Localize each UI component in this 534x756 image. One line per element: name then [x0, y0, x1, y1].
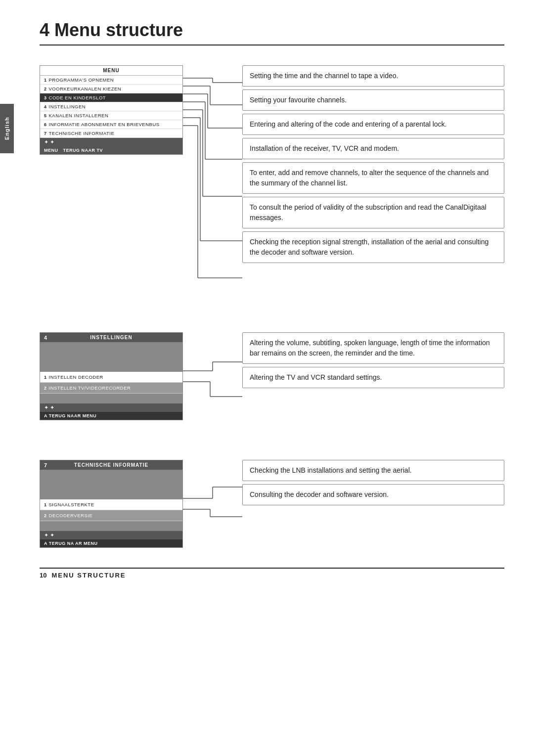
- instellingen-panel-box: 4 INSTELLINGEN 1 INSTELLEN DECODER 2 INS…: [40, 332, 183, 420]
- technische-header: 7 TECHNISCHE INFORMATIE: [40, 460, 182, 470]
- instellingen-desc-2: Altering the TV and VCR standard setting…: [242, 367, 504, 388]
- instellingen-item-2[interactable]: 2 INSTELLEN TV/VIDEORECORDER: [40, 383, 182, 394]
- menu-item-6[interactable]: 6 INFORMATIE ABONNEMENT EN BRIEVENBUS: [40, 120, 182, 129]
- technische-desc-2: Consulting the decoder and software vers…: [242, 484, 504, 505]
- menu-panel-box: MENU 1 PROGRAMMA'S OPNEMEN 2 VOORKEURKAN…: [40, 65, 183, 155]
- instellingen-item-1-num: 1: [44, 375, 47, 380]
- instellingen-title: INSTELLINGEN: [90, 335, 132, 340]
- instellingen-arrows: ✦ ✦: [40, 403, 182, 412]
- technische-footer: A TERUG NA AR MENU: [40, 539, 182, 547]
- main-connector-svg: [183, 65, 242, 308]
- desc-box-4: Installation of the receiver, TV, VCR an…: [242, 138, 504, 159]
- technische-body-spacer: [40, 470, 182, 499]
- menu-item-3[interactable]: 3 CODE EN KINDERSLOT: [40, 93, 182, 102]
- page-title: 4 Menu structure: [40, 20, 504, 45]
- technische-desc-1: Checking the LNB installations and setti…: [242, 460, 504, 481]
- menu-item-4[interactable]: 4 INSTELLINGEN: [40, 102, 182, 111]
- desc-box-1: Setting the time and the channel to tape…: [242, 65, 504, 87]
- main-descriptions: Setting the time and the channel to tape…: [242, 65, 504, 263]
- menu-item-2[interactable]: 2 VOORKEURKANALEN KIEZEN: [40, 85, 182, 93]
- instellingen-descriptions: Altering the volume, subtitling, spoken …: [242, 332, 504, 388]
- instellingen-body-spacer: [40, 342, 182, 372]
- technische-panel-box: 7 TECHNISCHE INFORMATIE 1 SIGNAALSTERKTE…: [40, 460, 183, 548]
- main-menu-panel: MENU 1 PROGRAMMA'S OPNEMEN 2 VOORKEURKAN…: [40, 65, 183, 155]
- instellingen-empty: [40, 394, 182, 403]
- menu-item-7-label: TECHNISCHE INFORMATIE: [49, 131, 115, 136]
- desc-box-2: Setting your favourite channels.: [242, 89, 504, 111]
- instellingen-item-1[interactable]: 1 INSTELLEN DECODER: [40, 372, 182, 383]
- page-footer: 10 MENU STRUCTURE: [40, 568, 504, 579]
- menu-item-7[interactable]: 7 TECHNISCHE INFORMATIE: [40, 129, 182, 138]
- menu-item-5-num: 5: [44, 113, 47, 118]
- menu-footer-menu: MENU: [44, 148, 58, 153]
- menu-item-3-num: 3: [44, 95, 47, 100]
- technische-item-2[interactable]: 2 DECODERVERSIE: [40, 510, 182, 521]
- menu-item-7-num: 7: [44, 131, 47, 136]
- menu-panel-header: MENU: [40, 66, 182, 76]
- footer-section-title: MENU STRUCTURE: [51, 572, 126, 579]
- menu-item-1-num: 1: [44, 78, 47, 83]
- menu-item-2-label: VOORKEURKANALEN KIEZEN: [49, 86, 122, 91]
- menu-item-6-label: INFORMATIE ABONNEMENT EN BRIEVENBUS: [49, 122, 160, 127]
- technische-arrows: ✦ ✦: [40, 531, 182, 539]
- technische-item-1[interactable]: 1 SIGNAALSTERKTE: [40, 499, 182, 510]
- instellingen-num: 4: [44, 335, 47, 341]
- instellingen-connector-svg: [183, 332, 242, 411]
- menu-item-3-label: CODE EN KINDERSLOT: [49, 95, 106, 100]
- desc-box-3: Entering and altering of the code and en…: [242, 114, 504, 135]
- technische-section: 7 TECHNISCHE INFORMATIE 1 SIGNAALSTERKTE…: [40, 460, 504, 548]
- technische-empty: [40, 521, 182, 531]
- technische-title: TECHNISCHE INFORMATIE: [74, 462, 148, 468]
- menu-footer: MENU TERUG NAAR TV: [40, 146, 182, 154]
- desc-box-5: To enter, add and remove channels, to al…: [242, 162, 504, 194]
- menu-arrows: ✦ ✦: [40, 138, 182, 146]
- technische-descriptions: Checking the LNB installations and setti…: [242, 460, 504, 505]
- menu-item-1[interactable]: 1 PROGRAMMA'S OPNEMEN: [40, 76, 182, 85]
- technische-item-2-label: DECODERVERSIE: [49, 513, 93, 518]
- technische-item-1-num: 1: [44, 502, 47, 507]
- menu-item-1-label: PROGRAMMA'S OPNEMEN: [49, 77, 114, 83]
- page-container: 4 Menu structure English MENU 1 PROGRAMM…: [0, 0, 534, 599]
- technische-item-1-label: SIGNAALSTERKTE: [49, 502, 94, 507]
- technische-panel: 7 TECHNISCHE INFORMATIE 1 SIGNAALSTERKTE…: [40, 460, 183, 548]
- menu-item-5-label: KANALEN INSTALLEREN: [49, 113, 109, 118]
- menu-item-6-num: 6: [44, 122, 47, 127]
- menu-item-4-label: INSTELLINGEN: [49, 104, 86, 109]
- instellingen-panel: 4 INSTELLINGEN 1 INSTELLEN DECODER 2 INS…: [40, 332, 183, 420]
- instellingen-item-2-label: INSTELLEN TV/VIDEORECORDER: [49, 385, 131, 391]
- technische-connector-svg: [183, 460, 242, 529]
- instellingen-item-2-num: 2: [44, 386, 47, 391]
- menu-footer-back: TERUG NAAR TV: [63, 148, 103, 153]
- footer-page-num: 10: [40, 572, 46, 579]
- menu-item-2-num: 2: [44, 87, 47, 91]
- desc-box-6: To consult the period of validity of the…: [242, 197, 504, 228]
- menu-item-5[interactable]: 5 KANALEN INSTALLEREN: [40, 111, 182, 120]
- instellingen-item-1-label: INSTELLEN DECODER: [49, 374, 103, 380]
- main-menu-section: MENU 1 PROGRAMMA'S OPNEMEN 2 VOORKEURKAN…: [40, 65, 504, 308]
- instellingen-desc-1: Altering the volume, subtitling, spoken …: [242, 332, 504, 364]
- desc-box-7: Checking the reception signal strength, …: [242, 231, 504, 263]
- menu-item-4-num: 4: [44, 104, 47, 109]
- technische-num: 7: [44, 462, 47, 468]
- instellingen-section: 4 INSTELLINGEN 1 INSTELLEN DECODER 2 INS…: [40, 332, 504, 420]
- instellingen-header: 4 INSTELLINGEN: [40, 333, 182, 342]
- technische-item-2-num: 2: [44, 513, 47, 518]
- language-tab: English: [0, 104, 14, 153]
- instellingen-footer: A TERUG NAAR MENU: [40, 412, 182, 420]
